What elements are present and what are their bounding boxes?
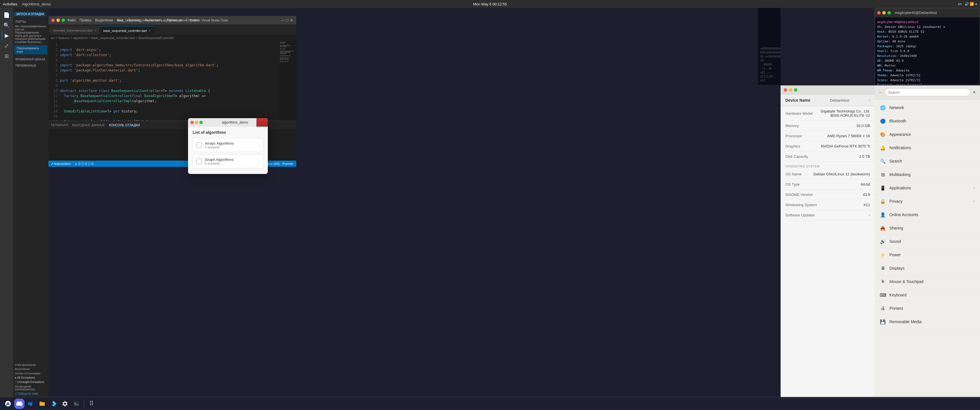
tray-icons: 🔊 📶 ●	[965, 2, 977, 6]
svg-rect-6	[74, 401, 79, 406]
settings-sharing-label: Sharing	[889, 226, 903, 230]
forward-port-btn[interactable]: Перенаправить порт	[14, 45, 47, 54]
device-hardware-label: Hardware Model	[786, 111, 813, 116]
device-row-software-updates[interactable]: Software Updates ›	[781, 210, 875, 220]
popup-graphs-icon	[196, 159, 202, 164]
vscode-max-btn[interactable]	[62, 19, 65, 22]
settings-item-printers[interactable]: 🖨 Printers	[875, 302, 980, 315]
menu-edit[interactable]: Правка	[80, 18, 91, 22]
editor-tab-inherited[interactable]: inherited_dependencies.dart ✕	[49, 26, 100, 35]
editor-tab-base[interactable]: base_sequential_controller.dart ✕	[100, 26, 154, 35]
taskbar: ⠿	[0, 397, 980, 410]
settings-item-notifications[interactable]: 🔔 Notifications	[875, 141, 980, 154]
vscode-title: base_sequential_controller.dart - algori…	[116, 19, 228, 22]
panel-tab-output[interactable]: ВЫХОДНЫЕ ДАННЫЕ	[72, 123, 105, 127]
settings-item-keyboard[interactable]: ⌨ Keyboard	[875, 288, 980, 302]
popup-item-graphs[interactable]: Graph Algorithms 6 available ›	[192, 154, 263, 168]
settings-back-btn[interactable]: ←	[878, 90, 883, 95]
taskbar-settings[interactable]	[60, 399, 70, 409]
activity-debug[interactable]: ▶	[2, 31, 11, 40]
terminal-min-btn[interactable]	[882, 11, 886, 14]
device-close-btn[interactable]	[784, 88, 787, 92]
popup-min-btn[interactable]	[195, 121, 198, 124]
settings-item-network[interactable]: 🌐 Network	[875, 101, 980, 114]
vscode-close-btn[interactable]	[51, 19, 55, 22]
settings-multitasking-icon: ⊞	[880, 172, 886, 178]
taskbar-files[interactable]	[37, 399, 47, 409]
activity-extensions[interactable]: ⊞	[2, 51, 11, 61]
activity-git[interactable]: ⑇	[2, 41, 11, 51]
settings-item-applications[interactable]: 📱 Applications ›	[875, 181, 980, 195]
device-row-os-type: OS Type 64-bit	[781, 180, 875, 190]
settings-item-power[interactable]: ⚡ Power	[875, 248, 980, 262]
settings-item-sound[interactable]: 🔊 Sound	[875, 235, 980, 248]
taskbar-flutter[interactable]	[48, 399, 59, 409]
tab-close-inherited[interactable]: ✕	[94, 29, 97, 32]
settings-item-removable-media[interactable]: 💾 Removable Media	[875, 315, 980, 329]
vscode-close-icon[interactable]: ✕	[290, 18, 293, 22]
terminal-max-btn[interactable]	[888, 11, 891, 14]
popup-item-arrays[interactable]: Arrays Algorithms 3 available ›	[192, 138, 263, 152]
device-row-memory: Memory 32.0 GB	[781, 121, 875, 131]
device-windowing-label: Windowing System	[786, 203, 817, 207]
popup-close-btn[interactable]	[190, 121, 194, 124]
settings-power-label: Power	[889, 253, 901, 257]
settings-sound-label: Sound	[889, 239, 901, 244]
settings-item-sharing[interactable]: 📤 Sharing	[875, 221, 980, 235]
line-numbers: 12345678910111213141516171819202122	[48, 41, 60, 121]
device-row-os-name: OS Name Debian GNU/Linux 12 (bookworm)	[781, 169, 875, 180]
code-content[interactable]: import 'dart:async'; import 'dart:collec…	[60, 41, 279, 121]
popup-max-btn[interactable]	[199, 121, 203, 124]
topbar-right: en 🔊 📶 ●	[958, 2, 977, 6]
device-memory-value: 32.0 GB	[856, 124, 870, 128]
device-settings-icon[interactable]: ›	[869, 98, 870, 102]
taskbar-chrome[interactable]	[3, 399, 13, 409]
statusbar-premier[interactable]: Premier	[282, 162, 293, 165]
device-software-updates-arrow[interactable]: ›	[869, 213, 870, 217]
activities-button[interactable]: Activities	[3, 2, 18, 6]
panel-tab-terminal[interactable]: ТЕРМИНАЛ	[51, 123, 68, 127]
vscode-min-btn[interactable]	[56, 19, 60, 22]
activity-search[interactable]: 🔍	[2, 21, 11, 30]
t-de: DE: GNOME 43.9	[877, 58, 977, 63]
settings-network-icon: 🌐	[880, 105, 886, 111]
settings-item-mouse[interactable]: 🖱 Mouse & Touchpad	[875, 275, 980, 288]
statusbar-errors[interactable]: ⚠ 0 ⓘ 0 ⓘ 0	[75, 162, 94, 166]
topbar-datetime: Mon May 6 00:12:55	[473, 2, 507, 6]
panel-tab-debug-console[interactable]: КОНСОЛЬ ОТЛАДКИ	[109, 123, 140, 127]
settings-printers-icon: 🖨	[880, 305, 886, 311]
settings-item-appearance[interactable]: 🎨 Appearance	[875, 128, 980, 141]
settings-item-bluetooth[interactable]: 🔵 Bluetooth	[875, 114, 980, 128]
tab-close-base[interactable]: ✕	[149, 29, 151, 32]
taskbar-app-grid[interactable]: ⠿	[86, 399, 97, 409]
menu-selection[interactable]: Выделение	[95, 18, 113, 22]
terminal-body[interactable]: meg4cyber40@DebianHost OS: Debian GNU/Li…	[875, 17, 980, 84]
device-min-btn[interactable]	[789, 88, 792, 92]
vscode-window-buttons	[51, 19, 65, 22]
settings-search-input[interactable]	[885, 88, 970, 96]
debug-my-code[interactable]: ⬡ Debug my code	[13, 391, 48, 396]
code-editor[interactable]: 12345678910111213141516171819202122 impo…	[48, 41, 296, 121]
settings-item-displays[interactable]: 🖥 Displays	[875, 262, 980, 275]
taskbar-vscode[interactable]	[25, 399, 36, 409]
settings-item-search[interactable]: 🔍 Search	[875, 154, 980, 168]
vscode-minimize-icon[interactable]: ─	[282, 18, 284, 22]
menu-file[interactable]: Файл	[67, 18, 76, 22]
terminal-close-btn[interactable]	[877, 11, 881, 14]
statusbar-branch[interactable]: ⑇ feature/deni	[51, 162, 71, 165]
debug-run-label[interactable]: ЗАПУСК И ОТЛАДКА	[14, 12, 46, 16]
popup-titlebar: algorithms_demo	[188, 118, 268, 127]
breakpoint-uncaught[interactable]: ○ Uncaught Exceptions	[13, 380, 48, 384]
settings-item-online-accounts[interactable]: 👤 Online Accounts	[875, 208, 980, 221]
bottom-debug-sidebar: СТЕК ВЫЗОВОВ Выполнение ТОЧКИ ОСТАНОВКИ …	[13, 361, 48, 397]
settings-item-multitasking[interactable]: ⊞ Multitasking	[875, 168, 980, 181]
breakpoint-all[interactable]: ● All Exceptions	[13, 375, 48, 380]
device-max-btn[interactable]	[794, 88, 797, 92]
taskbar-terminal[interactable]	[71, 399, 81, 409]
settings-item-privacy[interactable]: 🔒 Privacy ›	[875, 195, 980, 208]
activity-explorer[interactable]: 📄	[2, 10, 11, 20]
taskbar-discord[interactable]	[14, 399, 24, 409]
settings-notifications-label: Notifications	[889, 146, 911, 150]
vscode-restore-icon[interactable]: □	[286, 18, 288, 22]
settings-close-btn[interactable]: ✕	[973, 90, 976, 95]
